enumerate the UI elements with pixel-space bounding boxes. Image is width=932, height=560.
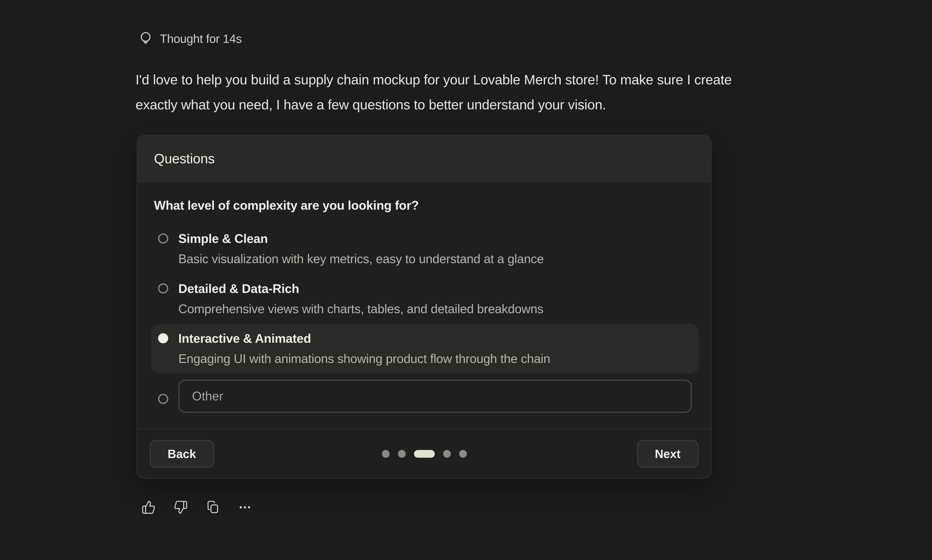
option-label: Interactive & Animated [178, 329, 550, 349]
copy-icon [206, 500, 220, 515]
options-list: Simple & Clean Basic visualization with … [151, 224, 699, 418]
pagination-dot [382, 450, 390, 458]
pagination-dot [443, 450, 451, 458]
option-description: Basic visualization with key metrics, ea… [178, 249, 544, 269]
ellipsis-icon [238, 500, 252, 515]
back-button[interactable]: Back [150, 440, 214, 468]
dialog-header: Questions [137, 135, 711, 183]
lightbulb-icon [139, 31, 152, 46]
thought-duration-label: Thought for 14s [160, 32, 242, 45]
radio-selected-icon[interactable] [158, 333, 168, 343]
questions-dialog: Questions What level of complexity are y… [137, 135, 711, 479]
option-description: Engaging UI with animations showing prod… [178, 349, 550, 369]
dialog-body: What level of complexity are you looking… [137, 183, 711, 429]
pagination-dots [382, 450, 467, 458]
more-options-button[interactable] [238, 500, 252, 515]
message-line: exactly what you need, I have a few ques… [136, 92, 834, 117]
chat-message-view: Thought for 14s I'd love to help you bui… [0, 0, 932, 560]
next-button[interactable]: Next [637, 440, 698, 468]
pagination-dot [459, 450, 467, 458]
option-simple-clean[interactable]: Simple & Clean Basic visualization with … [151, 224, 699, 274]
option-texts: Interactive & Animated Engaging UI with … [178, 329, 550, 369]
message-actions [142, 500, 252, 515]
thumbs-up-button[interactable] [142, 500, 156, 515]
thumbs-up-icon [142, 500, 156, 515]
thumbs-down-button[interactable] [174, 500, 188, 515]
message-line: I'd love to help you build a supply chai… [136, 67, 834, 92]
pagination-dot-active [414, 450, 434, 458]
option-label: Detailed & Data-Rich [178, 278, 543, 299]
option-texts: Simple & Clean Basic visualization with … [178, 229, 544, 269]
option-description: Comprehensive views with charts, tables,… [178, 299, 543, 319]
radio-unselected-icon[interactable] [158, 394, 168, 404]
option-interactive-animated[interactable]: Interactive & Animated Engaging UI with … [151, 324, 699, 374]
option-other[interactable] [151, 375, 699, 418]
option-texts: Detailed & Data-Rich Comprehensive views… [178, 278, 543, 319]
dialog-title: Questions [154, 151, 214, 167]
thought-summary[interactable]: Thought for 14s [139, 31, 242, 46]
option-detailed-data-rich[interactable]: Detailed & Data-Rich Comprehensive views… [151, 274, 699, 324]
other-option-input[interactable] [178, 380, 692, 413]
copy-button[interactable] [206, 500, 220, 515]
thumbs-down-icon [174, 500, 188, 515]
question-text: What level of complexity are you looking… [154, 198, 698, 213]
option-label: Simple & Clean [178, 229, 544, 249]
assistant-message: I'd love to help you build a supply chai… [136, 67, 834, 117]
radio-unselected-icon[interactable] [158, 283, 168, 293]
radio-unselected-icon[interactable] [158, 233, 168, 243]
dialog-footer: Back Next [137, 429, 711, 478]
pagination-dot [397, 450, 405, 458]
